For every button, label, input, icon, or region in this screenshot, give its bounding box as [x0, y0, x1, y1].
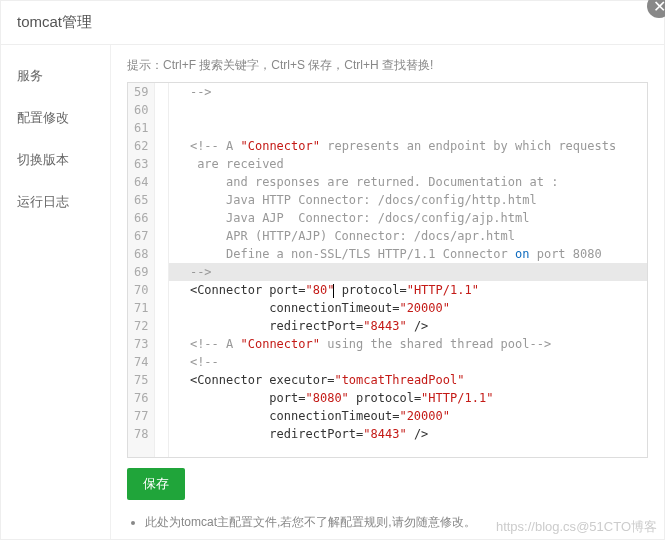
code-token: <!-- A	[175, 139, 240, 153]
code-token: connectionTimeout=	[175, 409, 399, 423]
line-number: 59	[134, 83, 148, 101]
code-line[interactable]: <!-- A "Connector" represents an endpoin…	[169, 137, 647, 155]
sidebar-item-label: 服务	[17, 68, 43, 83]
code-line[interactable]: port="8080" protocol="HTTP/1.1"	[169, 389, 647, 407]
sidebar-item-label: 切换版本	[17, 152, 69, 167]
code-line[interactable]: <!--	[169, 353, 647, 371]
code-line[interactable]	[169, 101, 647, 119]
line-number: 78	[134, 425, 148, 443]
sidebar-item-label: 运行日志	[17, 194, 69, 209]
line-number: 68	[134, 245, 148, 263]
code-token: "Connector"	[240, 139, 319, 153]
modal: ✕ tomcat管理 服务 配置修改 切换版本 运行日志 提示：Ctrl+F 搜…	[0, 0, 665, 540]
code-token: redirectPort=	[175, 427, 363, 441]
code-token: redirectPort=	[175, 319, 363, 333]
sidebar-item-logs[interactable]: 运行日志	[1, 181, 110, 223]
line-number: 69	[134, 263, 148, 281]
line-number: 77	[134, 407, 148, 425]
code-token: />	[407, 319, 429, 333]
code-token: using the shared thread pool-->	[320, 337, 551, 351]
main-panel: 提示：Ctrl+F 搜索关键字，Ctrl+S 保存，Ctrl+H 查找替换! 5…	[111, 45, 664, 539]
sidebar-item-config[interactable]: 配置修改	[1, 97, 110, 139]
code-token: <Connector executor=	[175, 373, 334, 387]
shortcuts-tip: 提示：Ctrl+F 搜索关键字，Ctrl+S 保存，Ctrl+H 查找替换!	[127, 57, 648, 74]
code-token: "8443"	[363, 319, 406, 333]
code-token: protocol=	[349, 391, 421, 405]
code-token: <!-- A	[175, 337, 240, 351]
code-token: "Connector"	[240, 337, 319, 351]
sidebar-item-label: 配置修改	[17, 110, 69, 125]
code-line[interactable]: Java HTTP Connector: /docs/config/http.h…	[169, 191, 647, 209]
code-line[interactable]: <Connector port="80" protocol="HTTP/1.1"	[169, 281, 647, 299]
code-token: <!--	[175, 355, 218, 369]
line-number: 75	[134, 371, 148, 389]
code-area[interactable]: --> <!-- A "Connector" represents an end…	[169, 83, 647, 457]
note-list: 此处为tomcat主配置文件,若您不了解配置规则,请勿随意修改。	[145, 514, 648, 531]
code-line[interactable]: APR (HTTP/AJP) Connector: /docs/apr.html	[169, 227, 647, 245]
code-token: -->	[175, 265, 211, 279]
code-token: Java AJP Connector: /docs/config/ajp.htm…	[175, 211, 529, 225]
line-number: 60	[134, 101, 148, 119]
code-line[interactable]	[169, 119, 647, 137]
code-token: represents an endpoint by which requests	[320, 139, 616, 153]
code-token: are received	[175, 157, 283, 171]
sidebar-item-service[interactable]: 服务	[1, 55, 110, 97]
code-token: />	[407, 427, 429, 441]
code-line[interactable]: Define a non-SSL/TLS HTTP/1.1 Connector …	[169, 245, 647, 263]
line-number: 63	[134, 155, 148, 173]
editor-inner: 5960616263646566676869707172737475767778…	[128, 83, 647, 457]
modal-body: 服务 配置修改 切换版本 运行日志 提示：Ctrl+F 搜索关键字，Ctrl+S…	[1, 45, 664, 539]
line-number: 66	[134, 209, 148, 227]
code-line[interactable]: <!-- A "Connector" using the shared thre…	[169, 335, 647, 353]
code-editor[interactable]: 5960616263646566676869707172737475767778…	[127, 82, 648, 458]
code-token: "8443"	[363, 427, 406, 441]
code-line[interactable]: redirectPort="8443" />	[169, 317, 647, 335]
line-number: 70	[134, 281, 148, 299]
code-token: "8080"	[306, 391, 349, 405]
code-token: "tomcatThreadPool"	[334, 373, 464, 387]
code-token: port 8080	[529, 247, 601, 261]
code-token: "20000"	[399, 409, 450, 423]
modal-header: tomcat管理	[1, 1, 664, 45]
save-button[interactable]: 保存	[127, 468, 185, 500]
code-token: and responses are returned. Documentatio…	[175, 175, 558, 189]
line-number: 71	[134, 299, 148, 317]
line-number: 62	[134, 137, 148, 155]
line-number: 64	[134, 173, 148, 191]
code-token: <Connector port=	[175, 283, 305, 297]
line-number-gutter: 5960616263646566676869707172737475767778	[128, 83, 155, 457]
code-line[interactable]: -->	[169, 263, 647, 281]
line-number: 72	[134, 317, 148, 335]
code-token: Define a non-SSL/TLS HTTP/1.1 Connector	[175, 247, 515, 261]
config-warning-note: 此处为tomcat主配置文件,若您不了解配置规则,请勿随意修改。	[145, 514, 648, 531]
line-number: 65	[134, 191, 148, 209]
code-line[interactable]: connectionTimeout="20000"	[169, 407, 647, 425]
code-line[interactable]: Java AJP Connector: /docs/config/ajp.htm…	[169, 209, 647, 227]
fold-bar	[155, 83, 169, 457]
line-number: 67	[134, 227, 148, 245]
code-line[interactable]: and responses are returned. Documentatio…	[169, 173, 647, 191]
code-token: "HTTP/1.1"	[421, 391, 493, 405]
code-token: protocol=	[334, 283, 406, 297]
code-token: "20000"	[399, 301, 450, 315]
line-number: 76	[134, 389, 148, 407]
sidebar: 服务 配置修改 切换版本 运行日志	[1, 45, 111, 539]
code-token: on	[515, 247, 529, 261]
line-number: 73	[134, 335, 148, 353]
code-token: Java HTTP Connector: /docs/config/http.h…	[175, 193, 536, 207]
code-token: port=	[175, 391, 305, 405]
code-line[interactable]: connectionTimeout="20000"	[169, 299, 647, 317]
sidebar-item-version[interactable]: 切换版本	[1, 139, 110, 181]
code-line[interactable]: -->	[169, 83, 647, 101]
code-token: APR (HTTP/AJP) Connector: /docs/apr.html	[175, 229, 515, 243]
code-token: "80"	[306, 283, 335, 297]
code-line[interactable]: are received	[169, 155, 647, 173]
modal-title: tomcat管理	[17, 13, 92, 32]
code-token: connectionTimeout=	[175, 301, 399, 315]
line-number: 61	[134, 119, 148, 137]
code-token: -->	[175, 85, 211, 99]
code-line[interactable]: <Connector executor="tomcatThreadPool"	[169, 371, 647, 389]
code-token: "HTTP/1.1"	[407, 283, 479, 297]
code-line[interactable]: redirectPort="8443" />	[169, 425, 647, 443]
line-number: 74	[134, 353, 148, 371]
